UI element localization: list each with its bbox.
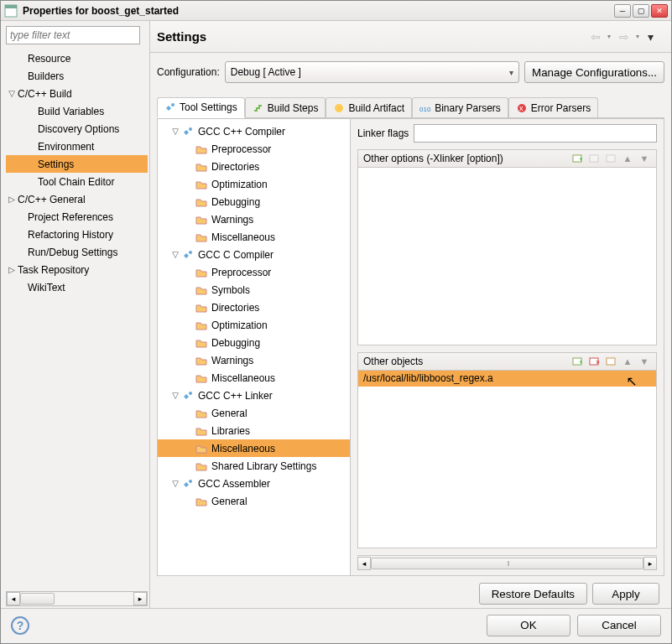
tool-tree-item[interactable]: ▽GCC C++ Linker [158,387,350,404]
tool-icon [181,125,195,138]
svg-point-2 [171,103,175,106]
apply-button[interactable]: Apply [592,583,659,605]
tab-build-artifact[interactable]: Build Artifact [326,97,412,117]
tool-tree-item[interactable]: Debugging [158,334,350,351]
tool-tree-item[interactable]: Preprocessor [158,140,350,158]
sidebar-hscrollbar[interactable]: ◂ ▸ [6,591,148,606]
tool-tree-item[interactable]: General [158,404,350,422]
other-objects-toolbar: + × ▲ ▼ [570,355,651,368]
category-label: Task Repository [18,264,89,276]
tool-tree-item[interactable]: Directories [158,158,350,175]
tool-tree-item[interactable]: Preprocessor [158,263,350,281]
scroll-track[interactable] [371,558,643,569]
back-dropdown-icon[interactable]: ▾ [607,33,617,40]
down-icon: ▼ [638,152,651,165]
tool-tree-item[interactable]: Optimization [158,175,350,193]
other-options-list[interactable] [357,168,657,345]
cancel-button[interactable]: Cancel [577,615,661,636]
settings-header: Settings ⇦▾ ⇨▾ ▾ [150,21,671,53]
folder-icon [195,266,208,279]
manage-configurations-button[interactable]: Manage Configurations... [524,61,664,83]
tool-tree-item[interactable]: Symbols [158,281,350,299]
window-icon [4,4,18,18]
scroll-left-icon[interactable]: ◂ [7,592,20,605]
scroll-track[interactable] [20,593,133,605]
svg-text:x: x [519,104,524,112]
tool-tree-item[interactable]: Warnings [158,351,350,369]
tab-tool-settings[interactable]: Tool Settings [157,97,245,118]
configuration-select[interactable]: Debug [ Active ] ▾ [225,61,519,83]
minimize-button[interactable]: ─ [614,4,631,18]
tool-tree-label: General [211,496,247,507]
category-item[interactable]: Builders [6,67,148,85]
tool-tree-item[interactable]: Libraries [158,422,350,439]
tool-tree-label: Directories [211,302,259,314]
tool-tree[interactable]: ▽GCC C++ CompilerPreprocessorDirectories… [158,119,351,575]
category-label: Environment [18,141,94,153]
help-icon[interactable]: ? [11,616,29,635]
category-item[interactable]: ▷Task Repository [6,261,148,278]
tool-tree-item[interactable]: Warnings [158,210,350,228]
category-item[interactable]: Resource [6,49,148,67]
add-icon[interactable]: + [570,355,584,368]
category-item[interactable]: Project References [6,208,148,226]
category-item[interactable]: Tool Chain Editor [6,173,148,190]
details-hscrollbar[interactable]: ◂ ▸ [357,555,657,570]
tool-tree-item[interactable]: Miscellaneous [158,439,350,457]
tool-tree-item[interactable]: Optimization [158,316,350,334]
tool-tree-item[interactable]: Miscellaneous [158,228,350,246]
category-item[interactable]: Build Variables [6,102,148,120]
tab-label: Tool Settings [180,101,237,113]
scroll-thumb[interactable] [371,558,643,569]
menu-icon[interactable]: ▾ [648,30,663,44]
tab-build-steps[interactable]: Build Steps [245,97,326,117]
category-item[interactable]: Run/Debug Settings [6,243,148,261]
tool-tree-item[interactable]: General [158,492,350,510]
forward-dropdown-icon[interactable]: ▾ [636,33,646,40]
category-item[interactable]: ▽C/C++ Build [6,85,148,102]
expand-arrow-icon: ▽ [158,479,181,488]
scroll-left-icon[interactable]: ◂ [357,557,371,570]
add-icon[interactable]: + [570,152,584,165]
tool-tree-item[interactable]: Miscellaneous [158,369,350,387]
tab-binary-parsers[interactable]: 010Binary Parsers [412,97,508,117]
back-icon[interactable]: ⇦ [591,30,606,44]
tool-tree-item[interactable]: Debugging [158,193,350,210]
maximize-button[interactable]: ▢ [633,4,649,18]
window-buttons: ─ ▢ ✕ [614,4,668,18]
category-item[interactable]: Settings [6,155,148,173]
tool-tree-item[interactable]: ▽GCC Assembler [158,475,350,492]
tab-error-parsers[interactable]: xError Parsers [508,97,598,117]
list-item[interactable]: /usr/local/lib/libboost_regex.a [358,371,656,387]
ok-button[interactable]: OK [487,615,570,636]
tool-tree-item[interactable]: Directories [158,299,350,316]
category-item[interactable]: Discovery Options [6,120,148,138]
edit-icon[interactable] [604,355,617,368]
tool-tree-label: Preprocessor [211,143,271,155]
tool-icon [181,248,195,262]
tool-tree-label: Directories [211,161,259,173]
category-item[interactable]: WikiText [6,278,148,296]
tool-tree-item[interactable]: Shared Library Settings [158,457,350,475]
scroll-right-icon[interactable]: ▸ [133,592,147,605]
category-item[interactable]: Environment [6,138,148,155]
filter-input[interactable] [6,26,140,44]
category-label: C/C++ General [18,194,86,205]
category-tree[interactable]: ResourceBuilders▽C/C++ BuildBuild Variab… [6,49,148,591]
category-item[interactable]: Refactoring History [6,226,148,243]
scroll-thumb[interactable] [20,593,55,605]
remove-icon[interactable]: × [587,355,601,368]
category-label: C/C++ Build [18,88,72,100]
linker-flags-input[interactable] [414,124,657,143]
close-button[interactable]: ✕ [651,4,668,18]
tool-tree-item[interactable]: ▽GCC C Compiler [158,246,350,263]
tool-tree-item[interactable]: ▽GCC C++ Compiler [158,122,350,140]
forward-icon[interactable]: ⇨ [619,30,634,44]
folder-icon [195,301,208,314]
restore-defaults-button[interactable]: Restore Defaults [479,583,587,605]
tool-tree-label: Warnings [211,355,253,366]
scroll-right-icon[interactable]: ▸ [643,557,657,570]
folder-icon [195,424,208,438]
category-item[interactable]: ▷C/C++ General [6,190,148,208]
other-objects-list[interactable]: /usr/local/lib/libboost_regex.a [357,371,657,548]
